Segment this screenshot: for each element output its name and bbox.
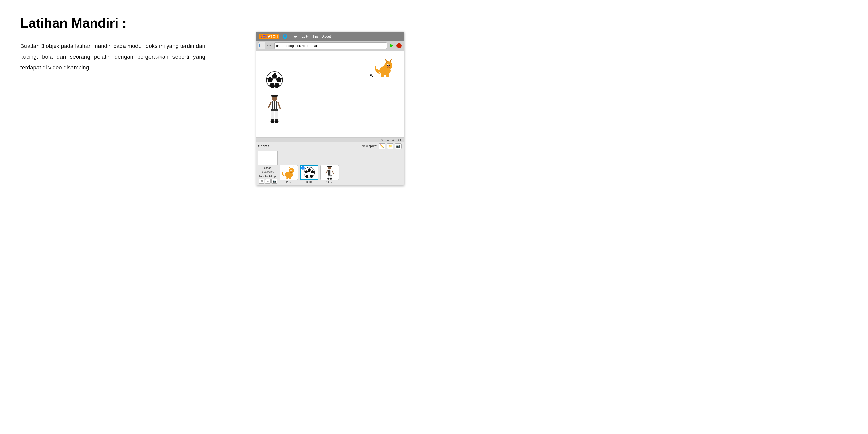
project-name-input[interactable]: [274, 42, 386, 49]
globe-icon[interactable]: 🌐: [282, 34, 287, 39]
stage-ball-sprite: [266, 71, 283, 89]
y-coord-label: y:: [392, 138, 394, 141]
svg-marker-39: [292, 166, 293, 168]
new-sprite-paint-button[interactable]: ✏️: [379, 144, 385, 149]
x-coord-value: -1: [386, 138, 389, 141]
stage-thumbnail[interactable]: [258, 151, 278, 165]
scratch-stage: ↖: [256, 51, 404, 137]
svg-rect-27: [271, 110, 278, 111]
svg-marker-11: [390, 59, 392, 62]
new-sprite-label: New sprite:: [362, 145, 377, 148]
svg-rect-18: [386, 74, 389, 77]
menu-file[interactable]: File▾: [290, 34, 298, 38]
menu-edit[interactable]: Edit▾: [301, 34, 309, 38]
backdrop-buttons: 🖼 ✏ 📷: [259, 179, 277, 184]
new-backdrop-label: New backdrop:: [259, 175, 276, 178]
svg-rect-56: [331, 170, 332, 175]
svg-rect-28: [271, 111, 274, 120]
sprite-thumb-pele[interactable]: [280, 165, 298, 180]
new-sprite-row: New sprite: ✏️ 📁 📷: [362, 144, 402, 149]
stage-thumbnail-container: Stage 1 backdrop New backdrop: 🖼 ✏ 📷: [258, 151, 278, 184]
svg-rect-0: [260, 44, 264, 47]
svg-rect-17: [381, 74, 384, 77]
sprite-card-pele[interactable]: Pele: [280, 165, 298, 184]
sprites-panel: Sprites New sprite: ✏️ 📁 📷 Stage 1 backd…: [256, 142, 404, 185]
menu-tips[interactable]: Tips: [313, 34, 319, 38]
cursor-arrow: ↖: [370, 73, 374, 78]
sprite-name-ball1: Ball1: [306, 181, 312, 184]
sprite-name-referee: Referee: [324, 181, 335, 184]
page-title: Latihan Mandiri :: [21, 15, 206, 31]
right-panel: SCRATCH 🌐 File▾ Edit▾ Tips About v432: [226, 0, 434, 217]
svg-rect-25: [274, 101, 275, 110]
sprite-thumb-ball1[interactable]: i: [300, 165, 318, 180]
svg-point-32: [271, 121, 275, 123]
svg-line-34: [269, 102, 271, 108]
sprite-card-ball1[interactable]: i Ball1: [300, 165, 318, 184]
y-coord-value: -63: [397, 138, 401, 141]
sprites-label: Sprites: [258, 144, 270, 148]
green-flag-button[interactable]: [389, 43, 395, 49]
stage-referee-sprite: [267, 94, 283, 128]
scratch-toolbar: v432: [256, 41, 404, 51]
svg-rect-54: [328, 170, 329, 175]
svg-point-33: [275, 121, 279, 123]
svg-point-13: [387, 65, 388, 66]
stage-view-button[interactable]: [258, 42, 265, 49]
version-badge: v432: [268, 44, 273, 47]
sprite-card-referee[interactable]: Referee: [320, 165, 339, 184]
menu-bar: File▾ Edit▾ Tips About: [290, 34, 331, 38]
svg-point-15: [389, 65, 390, 66]
svg-rect-22: [271, 95, 278, 96]
svg-marker-1: [390, 43, 394, 48]
svg-point-60: [327, 178, 330, 179]
new-sprite-camera-button[interactable]: 📷: [395, 144, 402, 149]
scratch-menubar: SCRATCH 🌐 File▾ Edit▾ Tips About: [256, 32, 404, 41]
stop-button[interactable]: [397, 43, 402, 48]
svg-rect-52: [327, 166, 332, 166]
svg-point-41: [290, 170, 291, 171]
svg-rect-26: [276, 101, 277, 110]
sprites-grid: Stage 1 backdrop New backdrop: 🖼 ✏ 📷: [258, 151, 402, 184]
scratch-window: SCRATCH 🌐 File▾ Edit▾ Tips About v432: [256, 32, 404, 185]
sprites-header: Sprites New sprite: ✏️ 📁 📷: [258, 144, 402, 149]
description-text: Buatlah 3 objek pada latihan mandiri pad…: [21, 41, 206, 73]
stage-label: Stage: [264, 166, 272, 169]
svg-rect-58: [328, 175, 330, 178]
coords-bar: x: -1 y: -63: [256, 137, 404, 142]
svg-line-35: [278, 102, 280, 108]
svg-rect-24: [272, 101, 273, 110]
stage-sublabel: 1 backdrop: [261, 170, 274, 173]
svg-line-62: [326, 171, 328, 173]
svg-rect-43: [289, 177, 291, 179]
left-panel: Latihan Mandiri : Buatlah 3 objek pada l…: [0, 0, 226, 217]
x-coord-label: x:: [381, 138, 383, 141]
stage-cat-sprite: [374, 58, 397, 78]
info-badge-ball1[interactable]: i: [301, 166, 305, 170]
svg-line-63: [332, 171, 334, 174]
backdrop-camera-button[interactable]: 📷: [272, 179, 277, 184]
svg-rect-42: [286, 177, 288, 179]
sprite-thumb-referee[interactable]: [320, 165, 339, 180]
backdrop-upload-button[interactable]: ✏: [265, 179, 271, 184]
svg-rect-57: [328, 175, 332, 175]
sprite-name-pele: Pele: [286, 181, 291, 184]
svg-point-61: [330, 178, 332, 179]
new-sprite-upload-button[interactable]: 📁: [387, 144, 394, 149]
svg-rect-55: [330, 170, 330, 175]
backdrop-paint-button[interactable]: 🖼: [259, 179, 264, 184]
scratch-logo-text: SCR: [260, 34, 268, 38]
menu-about[interactable]: About: [322, 34, 331, 38]
svg-point-16: [388, 66, 389, 67]
svg-rect-29: [275, 111, 278, 120]
svg-rect-59: [330, 175, 332, 178]
scratch-logo: SCRATCH: [259, 34, 280, 39]
